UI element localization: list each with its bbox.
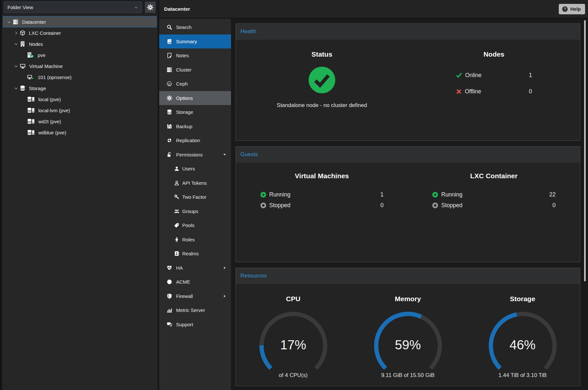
resources-panel: Resources CPU 17% of 4 CPU(s) Memo <box>236 268 580 386</box>
tree-item-nodes[interactable]: Nodes <box>2 38 158 49</box>
tree-item-lxc-container[interactable]: LXC Container <box>2 27 158 38</box>
help-label: Help <box>570 6 581 12</box>
menu-item-api-tokens[interactable]: API Tokens <box>159 176 231 190</box>
menu-item-groups[interactable]: Groups <box>159 204 231 219</box>
cross-icon <box>456 88 462 95</box>
storage-gauge-column: Storage 46% 1.44 TiB of 3.10 TiB <box>465 284 580 386</box>
nodes-status-column: Nodes Online 1 Offline 0 <box>408 40 580 141</box>
memory-gauge: 59% <box>369 308 447 371</box>
tree-item-datacenter[interactable]: Datacenter <box>3 16 157 27</box>
key-icon <box>174 194 179 200</box>
menu-item-storage[interactable]: Storage <box>159 105 231 119</box>
person-icon <box>174 237 179 242</box>
online-value: 1 <box>529 72 532 79</box>
stopped-label: Stopped <box>441 202 462 209</box>
menu-item-label: Realms <box>182 251 199 256</box>
memory-detail: 9.11 GiB of 15.50 GiB <box>351 372 465 379</box>
guests-panel: Guests Virtual Machines Running 1 <box>236 146 580 262</box>
menu-item-support[interactable]: Support <box>159 317 231 332</box>
menu-item-label: Ceph <box>176 81 188 87</box>
menu-item-roles[interactable]: Roles <box>159 233 231 247</box>
menu-item-backup[interactable]: Backup <box>159 119 231 134</box>
database-drive-icon <box>27 118 35 124</box>
menu-item-search[interactable]: Search <box>159 20 231 34</box>
menu-item-cluster[interactable]: Cluster <box>159 63 231 77</box>
content-header: Datacenter ? Help <box>159 0 588 19</box>
cluster-status-column: Status Standalone node - no cluster defi… <box>236 40 408 141</box>
menu-item-label: Backup <box>176 124 192 129</box>
menu-item-firewall[interactable]: Firewall <box>159 289 231 303</box>
resources-panel-title: Resources <box>240 273 267 279</box>
guests-panel-header: Guests <box>236 147 580 163</box>
menu-item-label: Summary <box>176 39 197 44</box>
online-label: Online <box>465 72 482 79</box>
tree-item-vm-101[interactable]: 101 (opnsense) <box>2 72 158 83</box>
tree-item-storage-wdblue[interactable]: wdblue (pve) <box>2 127 158 138</box>
play-circle-icon <box>260 192 266 198</box>
caret-expanded-icon <box>14 42 19 47</box>
lxc-heading: LXC Container <box>408 172 580 180</box>
menu-item-label: Permissions <box>176 152 203 157</box>
lxc-stopped-row: Stopped 0 <box>432 200 556 211</box>
tree-item-label: Datacenter <box>22 19 46 25</box>
tree-item-storage[interactable]: Storage <box>2 83 158 94</box>
cpu-detail: of 4 CPU(s) <box>236 372 351 379</box>
vertical-scrollbar[interactable] <box>584 20 586 281</box>
vm-stopped-row: Stopped 0 <box>260 200 384 211</box>
menu-item-label: Options <box>176 95 193 101</box>
menu-item-summary[interactable]: Summary <box>159 34 231 49</box>
menu-item-options[interactable]: Options <box>159 91 231 105</box>
tree-item-virtual-machine[interactable]: Virtual Machine <box>2 61 158 72</box>
guests-panel-title: Guests <box>240 151 258 157</box>
bar-chart-icon <box>166 307 173 313</box>
desktop-running-icon <box>27 74 34 80</box>
building-check-icon <box>27 52 34 58</box>
replication-icon <box>166 138 173 143</box>
menu-item-replication[interactable]: Replication <box>159 133 231 148</box>
menu-item-permissions[interactable]: Permissions <box>159 148 231 162</box>
menu-item-ha[interactable]: HA <box>159 261 231 275</box>
menu-item-metric-server[interactable]: Metric Server <box>159 303 231 317</box>
note-icon <box>166 53 173 58</box>
nodes-heading: Nodes <box>408 50 580 59</box>
help-button[interactable]: ? Help <box>559 4 585 14</box>
question-circle-icon: ? <box>562 6 568 12</box>
users-icon <box>174 208 179 214</box>
unlock-icon <box>166 152 173 157</box>
tree-item-label: local-lvm (pve) <box>38 108 70 113</box>
menu-item-two-factor[interactable]: Two Factor <box>159 190 231 204</box>
tree-item-storage-local[interactable]: local (pve) <box>2 94 158 105</box>
address-book-icon <box>174 251 179 256</box>
health-panel: Health Status Standalone node - no <box>236 23 580 141</box>
running-label: Running <box>269 191 290 198</box>
menu-item-acme[interactable]: ACME <box>159 275 231 289</box>
user-icon <box>174 166 179 171</box>
cpu-gauge-column: CPU 17% of 4 CPU(s) <box>236 284 351 386</box>
menu-item-pools[interactable]: Pools <box>159 218 231 233</box>
nodes-offline-row: Offline 0 <box>456 83 532 100</box>
tree-item-storage-wd2t[interactable]: wd2t (pve) <box>2 116 158 127</box>
menu-item-realms[interactable]: Realms <box>159 247 231 261</box>
comments-icon <box>166 322 173 327</box>
menu-item-label: Roles <box>182 237 195 242</box>
tree-item-label: wdblue (pve) <box>38 130 66 135</box>
stopped-label: Stopped <box>269 202 290 209</box>
tree-settings-button[interactable] <box>145 2 156 13</box>
ceph-icon <box>166 81 173 87</box>
user-outline-icon <box>174 180 179 186</box>
database-drive-icon <box>27 129 35 135</box>
database-icon <box>19 85 26 91</box>
tree-item-storage-local-lvm[interactable]: local-lvm (pve) <box>2 105 158 116</box>
tree-toolbar: Folder View <box>2 0 158 15</box>
play-circle-icon <box>432 192 438 198</box>
stop-circle-icon <box>260 202 266 208</box>
menu-item-users[interactable]: Users <box>159 162 231 176</box>
tree-item-pve[interactable]: pve <box>2 49 158 61</box>
menu-item-label: Support <box>176 322 193 327</box>
lxc-running-row: Running 22 <box>432 189 556 200</box>
menu-item-ceph[interactable]: Ceph <box>159 77 231 91</box>
caret-expanded-icon <box>14 64 19 69</box>
storage-percent: 46% <box>484 338 562 352</box>
menu-item-notes[interactable]: Notes <box>159 48 231 63</box>
view-mode-select[interactable]: Folder View <box>4 2 142 13</box>
